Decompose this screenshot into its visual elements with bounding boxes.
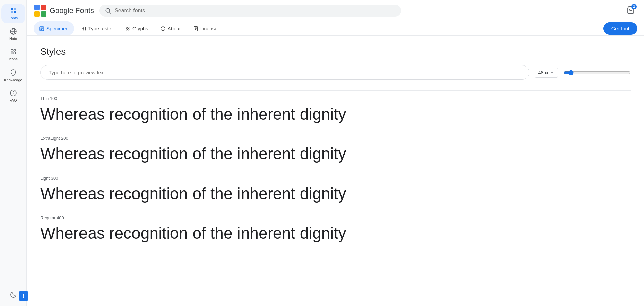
style-preview-regular: Whereas recognition of the inherent dign… [40, 223, 631, 244]
cart-button[interactable]: 3 [624, 3, 637, 18]
license-icon [193, 26, 198, 31]
header: Google Fonts 3 [27, 0, 644, 21]
style-preview-extralight: Whereas recognition of the inherent dign… [40, 143, 631, 164]
search-input[interactable] [115, 8, 396, 14]
icons-icon [9, 48, 17, 56]
tab-type-tester[interactable]: Type tester [75, 21, 118, 35]
fonts-icon [9, 7, 17, 15]
svg-point-27 [126, 27, 127, 28]
logo-link[interactable]: Google Fonts [34, 4, 94, 17]
tab-about-label: About [168, 26, 181, 31]
tab-type-tester-label: Type tester [88, 26, 113, 31]
get-font-button[interactable]: Get font [603, 22, 637, 35]
main-content: Google Fonts 3 [27, 0, 644, 306]
style-label-thin: Thin 100 [40, 96, 631, 101]
tab-license[interactable]: License [187, 21, 223, 35]
tab-glyphs-label: Glyphs [132, 26, 148, 31]
style-row-extralight: ExtraLight 200 Whereas recognition of th… [40, 130, 631, 170]
svg-rect-0 [11, 8, 13, 10]
svg-text:?: ? [12, 91, 14, 95]
chevron-down-icon [550, 70, 554, 75]
content-area: Styles 48px Thin 100 Whereas recognition… [27, 36, 644, 306]
header-actions: 3 [624, 3, 637, 18]
svg-point-7 [11, 49, 13, 51]
svg-point-10 [14, 52, 16, 54]
svg-point-9 [11, 52, 13, 54]
sidebar-item-faq-label: FAQ [9, 98, 17, 103]
svg-rect-17 [34, 11, 40, 17]
nav-tabs: Specimen Type tester Glyphs [27, 21, 644, 36]
tab-glyphs[interactable]: Glyphs [120, 21, 154, 35]
tab-about[interactable]: About [155, 21, 186, 35]
svg-point-30 [128, 29, 129, 30]
svg-line-20 [109, 12, 111, 13]
sidebar-item-icons-label: Icons [9, 57, 17, 61]
type-tester-icon [81, 26, 86, 31]
logo-icon [34, 4, 47, 17]
svg-rect-2 [14, 8, 16, 10]
svg-rect-15 [34, 5, 40, 10]
size-value: 48px [538, 70, 548, 75]
cart-badge: 3 [631, 4, 637, 9]
svg-rect-3 [14, 11, 16, 13]
sidebar: Fonts Noto Icons Knowledge ? FAQ [0, 0, 27, 306]
about-icon [160, 26, 166, 31]
sidebar-item-icons[interactable]: Icons [1, 45, 25, 64]
preview-controls: 48px [40, 65, 631, 80]
faq-icon: ? [9, 89, 17, 97]
search-bar [99, 5, 401, 17]
sidebar-item-fonts-label: Fonts [9, 16, 18, 20]
svg-rect-1 [11, 11, 13, 13]
preview-text-input[interactable] [40, 65, 529, 80]
tab-license-label: License [200, 26, 218, 31]
feedback-icon: ! [23, 293, 24, 299]
sidebar-item-noto-label: Noto [9, 37, 17, 41]
svg-rect-18 [41, 11, 46, 17]
style-row-thin: Thin 100 Whereas recognition of the inhe… [40, 90, 631, 130]
style-row-light: Light 300 Whereas recognition of the inh… [40, 170, 631, 210]
size-selector[interactable]: 48px [535, 68, 558, 78]
style-label-regular: Regular 400 [40, 215, 631, 220]
tab-specimen-label: Specimen [46, 26, 69, 31]
style-preview-thin: Whereas recognition of the inherent dign… [40, 104, 631, 125]
styles-list: Thin 100 Whereas recognition of the inhe… [40, 90, 631, 250]
glyphs-icon [125, 26, 130, 31]
tab-specimen[interactable]: Specimen [34, 21, 74, 35]
style-label-extralight: ExtraLight 200 [40, 136, 631, 141]
sidebar-item-fonts[interactable]: Fonts [1, 4, 25, 23]
sidebar-item-noto[interactable]: Noto [1, 25, 25, 44]
styles-title: Styles [40, 46, 631, 57]
svg-point-28 [128, 27, 129, 28]
sidebar-item-knowledge-label: Knowledge [4, 78, 22, 82]
specimen-icon [39, 26, 44, 31]
sidebar-item-knowledge[interactable]: Knowledge [1, 66, 25, 85]
svg-point-19 [106, 8, 110, 12]
moon-icon [10, 291, 17, 298]
size-control: 48px [535, 68, 558, 78]
search-icon [105, 7, 111, 14]
sidebar-item-faq[interactable]: ? FAQ [1, 86, 25, 105]
slider-container [564, 70, 631, 75]
style-row-regular: Regular 400 Whereas recognition of the i… [40, 210, 631, 249]
svg-rect-16 [41, 5, 46, 10]
knowledge-icon [9, 69, 17, 77]
feedback-button[interactable]: ! [19, 291, 28, 301]
font-size-slider[interactable] [564, 70, 631, 75]
svg-point-29 [126, 29, 127, 30]
globe-icon [9, 27, 17, 35]
logo-text: Google Fonts [50, 6, 94, 15]
style-label-light: Light 300 [40, 176, 631, 181]
svg-point-8 [14, 49, 16, 51]
style-preview-light: Whereas recognition of the inherent dign… [40, 183, 631, 204]
dark-mode-button[interactable] [7, 288, 20, 302]
